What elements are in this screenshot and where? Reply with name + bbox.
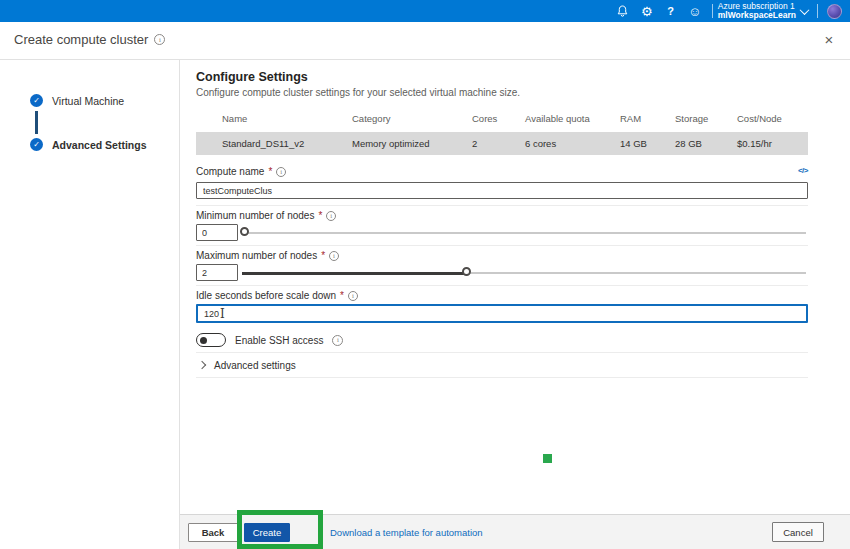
max-nodes-row <box>196 264 808 282</box>
label-text: Maximum number of nodes <box>196 250 317 261</box>
configure-settings-panel: Configure Settings Configure compute clu… <box>196 60 808 514</box>
step-label: Advanced Settings <box>52 139 147 151</box>
compute-name-input[interactable] <box>196 182 808 199</box>
col-header-ram: RAM <box>620 113 675 124</box>
step-virtual-machine[interactable]: Virtual Machine <box>30 94 124 107</box>
max-nodes-label: Maximum number of nodes * <box>196 250 339 261</box>
label-text: Idle seconds before scale down <box>196 290 336 301</box>
min-nodes-label: Minimum number of nodes * <box>196 210 336 221</box>
max-nodes-info-icon[interactable] <box>329 251 339 261</box>
step-completed-check-icon <box>30 138 43 151</box>
cell-ram: 14 GB <box>620 138 675 149</box>
required-asterisk: * <box>321 250 325 261</box>
chevron-right-icon <box>198 361 206 369</box>
col-header-category: Category <box>352 113 472 124</box>
slider-track <box>242 232 806 234</box>
advanced-settings-label: Advanced settings <box>214 360 296 371</box>
section-divider <box>196 245 808 246</box>
compute-name-label: Compute name * <box>196 166 286 177</box>
dialog-header: Create compute cluster <box>0 22 850 60</box>
toggle-knob <box>200 337 207 344</box>
view-code-icon[interactable] <box>798 166 808 175</box>
close-icon[interactable] <box>820 30 838 48</box>
section-divider <box>196 352 808 353</box>
min-nodes-input[interactable] <box>196 224 238 241</box>
settings-gear-icon[interactable] <box>635 0 659 22</box>
vm-size-table: Name Category Cores Available quota RAM … <box>196 108 808 155</box>
create-button[interactable]: Create <box>244 523 290 542</box>
azure-top-bar: Azure subscription 1 mlWorkspaceLearn <box>0 0 850 22</box>
click-indicator-square <box>543 454 552 463</box>
advanced-settings-expander[interactable]: Advanced settings <box>196 358 296 372</box>
section-divider <box>196 377 808 378</box>
col-header-storage: Storage <box>675 113 737 124</box>
page-title-text: Create compute cluster <box>14 32 148 47</box>
max-nodes-input[interactable] <box>196 264 238 281</box>
cell-available-quota: 6 cores <box>525 138 620 149</box>
required-asterisk: * <box>268 166 272 177</box>
min-nodes-row <box>196 224 808 242</box>
topbar-divider <box>817 4 818 18</box>
section-divider <box>196 285 808 286</box>
feedback-smiley-icon[interactable] <box>683 0 707 22</box>
subscription-switcher[interactable]: Azure subscription 1 mlWorkspaceLearn <box>718 2 796 20</box>
page-title: Create compute cluster <box>14 32 165 47</box>
label-text: Compute name <box>196 166 264 177</box>
min-nodes-slider[interactable] <box>242 226 806 240</box>
min-nodes-slider-handle[interactable] <box>240 227 249 236</box>
back-button[interactable]: Back <box>188 523 238 542</box>
col-header-cost-node: Cost/Node <box>737 113 808 124</box>
cancel-button[interactable]: Cancel <box>772 522 824 542</box>
workspace-name: mlWorkspaceLearn <box>718 11 796 20</box>
section-heading: Configure Settings <box>196 70 308 84</box>
col-header-name: Name <box>196 113 352 124</box>
ssh-toggle-label: Enable SSH access <box>235 335 323 346</box>
step-completed-check-icon <box>30 94 43 107</box>
wizard-stepper: Virtual Machine Advanced Settings <box>0 60 180 549</box>
ssh-toggle-row: Enable SSH access <box>196 333 343 347</box>
cell-cores: 2 <box>472 138 525 149</box>
notifications-bell-icon[interactable] <box>611 0 635 22</box>
chevron-down-icon[interactable] <box>796 0 812 22</box>
col-header-available-quota: Available quota <box>525 113 620 124</box>
dialog-footer: Back Create Download a template for auto… <box>180 514 850 549</box>
ssh-info-icon[interactable] <box>332 335 343 346</box>
user-avatar[interactable] <box>827 4 842 19</box>
help-icon[interactable] <box>659 0 683 22</box>
step-label: Virtual Machine <box>52 95 124 107</box>
col-header-cores: Cores <box>472 113 525 124</box>
max-nodes-slider-handle[interactable] <box>462 267 471 276</box>
idle-seconds-info-icon[interactable] <box>348 291 358 301</box>
cell-storage: 28 GB <box>675 138 737 149</box>
cell-category: Memory optimized <box>352 138 472 149</box>
enable-ssh-toggle[interactable] <box>196 333 226 347</box>
table-header-row: Name Category Cores Available quota RAM … <box>196 108 808 128</box>
step-connector-line <box>35 111 38 134</box>
idle-seconds-input[interactable] <box>196 304 808 323</box>
slider-fill <box>242 272 468 275</box>
step-advanced-settings[interactable]: Advanced Settings <box>30 138 147 151</box>
compute-name-info-icon[interactable] <box>276 167 286 177</box>
min-nodes-info-icon[interactable] <box>326 211 336 221</box>
required-asterisk: * <box>318 210 322 221</box>
max-nodes-slider[interactable] <box>242 266 806 280</box>
required-asterisk: * <box>340 290 344 301</box>
label-text: Minimum number of nodes <box>196 210 314 221</box>
download-template-link[interactable]: Download a template for automation <box>330 527 483 538</box>
section-subheading: Configure compute cluster settings for y… <box>196 87 520 98</box>
topbar-divider <box>712 4 713 18</box>
idle-seconds-label: Idle seconds before scale down * <box>196 290 358 301</box>
cell-cost-node: $0.15/hr <box>737 138 808 149</box>
section-divider <box>196 205 808 206</box>
table-row-selected-vm[interactable]: Standard_DS11_v2 Memory optimized 2 6 co… <box>196 132 808 155</box>
title-info-icon[interactable] <box>154 34 165 45</box>
cell-name: Standard_DS11_v2 <box>196 138 352 149</box>
